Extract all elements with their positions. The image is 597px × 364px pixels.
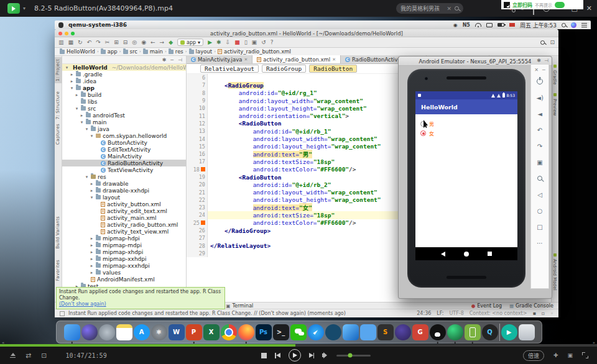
dock-notes-icon[interactable]	[116, 324, 132, 340]
replace-icon[interactable]: ◉	[141, 40, 146, 45]
dock-sublime-text-icon[interactable]: S	[377, 324, 394, 340]
emulator-pin-icon[interactable]: ⊣	[544, 58, 548, 63]
dock-siri-icon[interactable]	[81, 324, 98, 340]
notifications-icon[interactable]: ◦	[550, 311, 553, 316]
video-frame[interactable]: qemu-system-i386 ◉ N5 周五 上午8:53	[0, 17, 597, 348]
dock-powerpoint-icon[interactable]: P	[186, 324, 202, 340]
close-button[interactable]: ✕	[586, 4, 592, 12]
breadcrumb-item[interactable]: activity_radio_button.xml	[218, 48, 291, 55]
tree-item-mipmap-xxxhdpi[interactable]: ▸mipmap-xxxhdpi	[62, 262, 186, 269]
expander-icon[interactable]: ▾	[75, 106, 79, 111]
forward-icon[interactable]: →	[160, 40, 165, 45]
record-icon[interactable]: ◉	[453, 22, 458, 28]
cut-icon[interactable]: ✂	[105, 40, 110, 45]
tree-item-drawable[interactable]: ▸drawable	[62, 180, 186, 187]
toolwindow-tab--structure[interactable]: 7: Structure	[55, 89, 62, 121]
tree-item-build[interactable]: ▸build	[62, 91, 186, 98]
editor-tab-activity-radio-button-xml[interactable]: activity_radio_button.xml✕	[252, 55, 341, 63]
tree-item--idea[interactable]: ▸.idea	[62, 78, 186, 84]
breadcrumb-item[interactable]: app	[101, 48, 118, 55]
tree-item-activity-button-xml[interactable]: activity_button.xml	[62, 201, 186, 207]
tree-item-res[interactable]: ▾res	[62, 173, 186, 180]
tree-item-mipmap-xxhdpi[interactable]: ▸mipmap-xxhdpi	[62, 255, 186, 262]
run-config-selector[interactable]: app▾	[177, 39, 203, 46]
toolwindow-tab-preview[interactable]: Preview	[552, 93, 557, 116]
toolwindow-tab-event-log[interactable]: ●Event Log	[471, 303, 502, 309]
redo-icon[interactable]: ↷	[96, 40, 101, 45]
collapse-all-icon[interactable]: −	[170, 57, 174, 63]
search-input[interactable]: 我的莫格利男孩 ✕	[396, 3, 463, 14]
tree-item-java[interactable]: ▾java	[62, 125, 186, 132]
dock-firefox-icon[interactable]	[238, 324, 254, 340]
tree-item-activity-main-xml[interactable]: activity_main.xml	[62, 214, 186, 221]
undo-icon[interactable]: ↶	[87, 40, 92, 45]
lock-icon[interactable]: ▪	[532, 311, 535, 316]
emulator-titlebar[interactable]: Android Emulator - Nexus_6P_API_25:5554 …	[399, 57, 552, 66]
toolwindow-tab--project[interactable]: 1: Project	[55, 57, 62, 83]
playlist-icon[interactable]: ▣	[567, 353, 573, 358]
battery-icon[interactable]	[497, 23, 504, 27]
debug-icon[interactable]: ✱	[216, 40, 221, 45]
nav-overview-icon[interactable]	[488, 252, 492, 256]
emulator-power-icon[interactable]	[531, 73, 548, 89]
siri-icon[interactable]	[571, 22, 576, 28]
expander-icon[interactable]: ▸	[90, 270, 94, 275]
toolwindow-tab-captures[interactable]: Captures	[55, 122, 62, 147]
expander-icon[interactable]: ▾	[85, 175, 89, 180]
play-button[interactable]	[289, 349, 301, 362]
tree-item-values[interactable]: ▸values	[62, 269, 186, 276]
dock-downloads-folder-icon[interactable]	[360, 324, 376, 340]
dock-word-icon[interactable]: W	[169, 324, 185, 340]
tree-item-edittextactivity[interactable]: CEditTextActivity	[62, 146, 186, 153]
dock-wechat-icon[interactable]	[290, 324, 307, 340]
dock-trash-icon[interactable]	[519, 324, 535, 340]
breadcrumb-item[interactable]: HelloWorld	[60, 48, 95, 55]
tree-item-activity-radio-button-xml[interactable]: activity_radio_button.xml	[62, 221, 186, 228]
expander-icon[interactable]: ▸	[70, 72, 74, 77]
toolwindow-layout-icon[interactable]: ⊡	[550, 40, 555, 45]
tree-item-drawable-xxhdpi[interactable]: ▸drawable-xxhdpi	[62, 187, 186, 194]
tree-item-libs[interactable]: libs	[62, 98, 186, 105]
stop-icon[interactable]: ■	[234, 40, 240, 45]
emulator-settings-icon[interactable]: ✱	[537, 58, 541, 63]
dock-quicktime-icon[interactable]: Q	[482, 324, 498, 340]
tree-item-textviewactivity[interactable]: CTextViewActivity	[62, 166, 186, 173]
input-indicator[interactable]: N5	[463, 22, 470, 28]
toolwindow-toggle-icon[interactable]	[60, 311, 65, 316]
toolwindow-tab-gradle[interactable]: Gradle	[552, 65, 557, 84]
radio-checked-icon[interactable]	[420, 130, 426, 136]
toolwindow-tab-build-variants[interactable]: Build Variants	[55, 214, 62, 250]
display-icon[interactable]	[486, 23, 493, 27]
expander-icon[interactable]: ▸	[90, 236, 94, 241]
apple-menu-icon[interactable]	[58, 22, 63, 28]
expander-icon[interactable]: ▸	[80, 113, 84, 118]
ide-search-icon[interactable]	[540, 40, 545, 45]
tree-item-main[interactable]: ▾main	[62, 119, 186, 125]
back-icon[interactable]: ←	[150, 40, 155, 45]
expander-icon[interactable]: ▾	[65, 65, 69, 70]
search-value[interactable]: 我的莫格利男孩	[400, 4, 447, 12]
instant-run-notification[interactable]: Instant Run applied code changes and res…	[56, 287, 225, 309]
editor-tab-mainactivity-java[interactable]: CMainActivity.java✕	[187, 55, 252, 63]
emulator-close-icon[interactable]: ✕	[534, 67, 539, 73]
emulator-volume-up-icon[interactable]: ◄)	[531, 89, 548, 106]
qr-confirm-button[interactable]	[555, 2, 565, 8]
dock-system-preferences-icon[interactable]: ✱	[151, 324, 167, 340]
stop-button[interactable]	[261, 353, 267, 358]
help-icon[interactable]: ?	[271, 40, 274, 45]
toolwindow-tab-favorites[interactable]: Favorites	[55, 258, 62, 283]
expander-icon[interactable]: ▸	[90, 250, 94, 255]
loop-icon[interactable]: ⇄	[25, 352, 31, 359]
tree-item-buttonactivity[interactable]: CButtonActivity	[62, 139, 186, 146]
settings-icon[interactable]: ✱	[162, 57, 167, 63]
clear-search-icon[interactable]: ✕	[447, 6, 451, 12]
dock-safari-icon[interactable]	[308, 324, 324, 340]
tree-item-activity-edit-text-xml[interactable]: activity_edit_text.xml	[62, 207, 186, 214]
player-logo-icon[interactable]	[7, 3, 20, 14]
expander-icon[interactable]: ▾	[90, 134, 94, 139]
tree-item-mainactivity[interactable]: CMainActivity	[62, 153, 186, 160]
volume-slider[interactable]	[336, 355, 371, 357]
nav-home-icon[interactable]	[464, 252, 469, 257]
breadcrumb-item[interactable]: src	[123, 48, 137, 55]
file-encoding[interactable]: UTF-8	[449, 311, 463, 316]
